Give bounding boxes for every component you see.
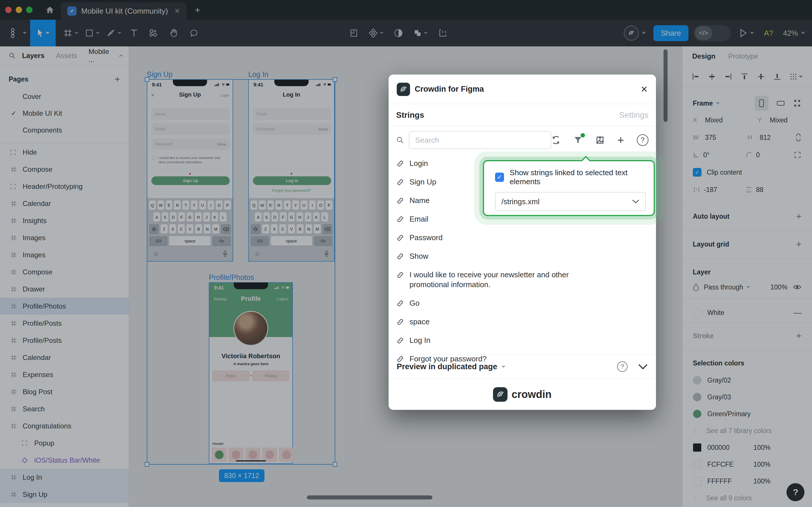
string-item[interactable]: I would like to receive your newsletter … bbox=[389, 265, 656, 294]
frame-tool-button[interactable] bbox=[60, 20, 82, 46]
frame-label-signup[interactable]: Sign Up bbox=[147, 70, 173, 78]
mask-icon[interactable] bbox=[394, 29, 403, 38]
blend-mode-value[interactable]: Pass through bbox=[704, 283, 743, 291]
comment-tool-button[interactable] bbox=[184, 20, 204, 46]
main-menu-button[interactable] bbox=[5, 20, 20, 46]
clip-content-checkbox[interactable]: ✓ bbox=[693, 168, 701, 177]
search-icon[interactable] bbox=[9, 52, 16, 59]
add-page-button[interactable]: + bbox=[115, 74, 120, 85]
tab-design[interactable]: Design bbox=[692, 52, 715, 60]
add-string-button[interactable]: + bbox=[618, 136, 624, 145]
file-select[interactable]: /strings.xml bbox=[495, 192, 646, 211]
frame-label-login[interactable]: Log In bbox=[248, 70, 269, 78]
y-value[interactable]: Mixed bbox=[770, 116, 787, 124]
layer-item[interactable]: Expenses bbox=[0, 366, 129, 383]
layer-item[interactable]: Popup bbox=[0, 435, 129, 452]
selection-color-item[interactable]: Gray/03 bbox=[682, 389, 812, 405]
layer-item[interactable]: Compose bbox=[0, 263, 129, 280]
vertical-scrollbar[interactable] bbox=[663, 49, 668, 122]
zoom-window-button[interactable] bbox=[26, 7, 33, 13]
string-item[interactable]: Password bbox=[389, 228, 656, 247]
tab-assets[interactable]: Assets bbox=[56, 52, 77, 60]
layer-item[interactable]: Log In bbox=[0, 469, 129, 486]
add-stroke-button[interactable]: + bbox=[796, 331, 802, 341]
string-item[interactable]: Log In bbox=[389, 331, 656, 349]
tab-layers[interactable]: Layers bbox=[22, 52, 44, 60]
constrain-proportions-icon[interactable] bbox=[795, 133, 802, 142]
align-v-center-icon[interactable] bbox=[757, 72, 765, 80]
close-window-button[interactable] bbox=[5, 7, 12, 13]
horizontal-scrollbar[interactable] bbox=[307, 495, 432, 500]
layer-item[interactable]: Profile/Photos bbox=[0, 297, 129, 315]
text-tool-button[interactable] bbox=[125, 20, 143, 46]
fill-name[interactable]: White bbox=[707, 309, 724, 317]
layer-item[interactable]: Hide bbox=[0, 144, 129, 161]
boolean-tool[interactable] bbox=[413, 29, 428, 38]
x-value[interactable]: Mixed bbox=[705, 116, 723, 124]
layer-item[interactable]: Images bbox=[0, 246, 129, 263]
frame-chevron-icon[interactable] bbox=[716, 102, 720, 104]
layer-item[interactable]: Profile/Posts bbox=[0, 332, 129, 349]
page-item[interactable]: Components bbox=[0, 122, 129, 138]
independent-corners-icon[interactable] bbox=[794, 151, 802, 159]
layer-item[interactable]: iOS/Status Bar/White bbox=[0, 452, 129, 469]
align-left-icon[interactable] bbox=[692, 72, 700, 80]
present-button[interactable] bbox=[740, 29, 754, 38]
selection-color-item[interactable]: Gray/02 bbox=[682, 372, 812, 389]
tidy-tool[interactable] bbox=[368, 29, 384, 38]
zoom-indicator[interactable]: 42% bbox=[783, 29, 805, 38]
search-input[interactable] bbox=[409, 131, 551, 149]
new-tab-button[interactable]: + bbox=[194, 4, 200, 16]
clip-content-row[interactable]: ✓ Clip content bbox=[682, 164, 812, 181]
distribute-menu[interactable] bbox=[790, 72, 803, 80]
layer-item[interactable]: Blog Post bbox=[0, 383, 129, 400]
share-button[interactable]: Share bbox=[653, 25, 689, 41]
dev-resources-icon[interactable] bbox=[438, 29, 448, 38]
minimize-window-button[interactable] bbox=[16, 7, 22, 13]
align-h-center-icon[interactable] bbox=[708, 72, 716, 80]
string-item[interactable]: Go bbox=[389, 294, 656, 313]
remove-fill-button[interactable]: — bbox=[794, 308, 802, 317]
page-item[interactable]: ✓Mobile UI Kit bbox=[0, 105, 129, 122]
avatar-chevron-icon[interactable] bbox=[642, 32, 646, 34]
layer-item[interactable]: Search bbox=[0, 400, 129, 417]
opacity-value[interactable]: 100% bbox=[770, 283, 788, 291]
actions-tool-button[interactable] bbox=[143, 20, 164, 46]
shape-tool-button[interactable] bbox=[82, 20, 103, 46]
add-auto-layout-button[interactable]: + bbox=[796, 211, 802, 222]
preview-label[interactable]: Preview in duplicated page bbox=[397, 362, 497, 371]
tab-strings[interactable]: Strings bbox=[396, 111, 424, 120]
selection-color-item[interactable]: Green/Primary bbox=[682, 405, 812, 422]
align-bottom-icon[interactable] bbox=[773, 72, 781, 80]
hand-tool-button[interactable] bbox=[164, 20, 184, 46]
help-fab-button[interactable]: ? bbox=[787, 483, 805, 501]
layer-item[interactable]: Profile/Posts bbox=[0, 315, 129, 332]
tab-prototype[interactable]: Prototype bbox=[728, 52, 758, 60]
modal-close-icon[interactable]: ✕ bbox=[641, 84, 648, 94]
layout-icon[interactable] bbox=[349, 29, 358, 38]
user-avatar[interactable] bbox=[624, 25, 639, 41]
corner-radius-value[interactable]: 0 bbox=[756, 151, 760, 159]
dev-mode-toggle[interactable]: </> bbox=[694, 25, 731, 41]
portrait-button[interactable] bbox=[755, 96, 768, 111]
show-linked-checkbox[interactable]: ✓ bbox=[495, 173, 504, 182]
home-button[interactable] bbox=[42, 2, 58, 17]
layer-item[interactable]: Sign Up bbox=[0, 486, 129, 503]
see-all-colors-link[interactable]: See all 7 library colors bbox=[682, 422, 812, 439]
move-tool-button[interactable] bbox=[30, 20, 56, 46]
help-button[interactable]: ? bbox=[637, 134, 648, 146]
login-frame[interactable]: 9:41 Log In Email PasswordShow Log In Fo… bbox=[248, 79, 335, 262]
document-tab[interactable]: Mobile UI kit (Community) ✕ bbox=[61, 2, 186, 20]
layer-item[interactable]: Header/Prototyping bbox=[0, 178, 129, 195]
frame-preset-label[interactable]: Frame bbox=[693, 100, 713, 107]
add-layout-grid-button[interactable]: + bbox=[796, 239, 802, 250]
w-value[interactable]: 375 bbox=[705, 134, 716, 142]
resize-to-fit-icon[interactable] bbox=[793, 99, 802, 108]
string-item[interactable]: Show bbox=[389, 247, 656, 265]
missing-font-badge[interactable]: A? bbox=[764, 29, 773, 38]
pen-tool-button[interactable] bbox=[103, 20, 125, 46]
blend-mode-icon[interactable] bbox=[693, 283, 699, 291]
upload-icon[interactable] bbox=[595, 135, 605, 145]
layer-item[interactable]: Congratulations bbox=[0, 417, 129, 435]
selection-color-item[interactable]: FCFCFE100% bbox=[682, 456, 812, 473]
